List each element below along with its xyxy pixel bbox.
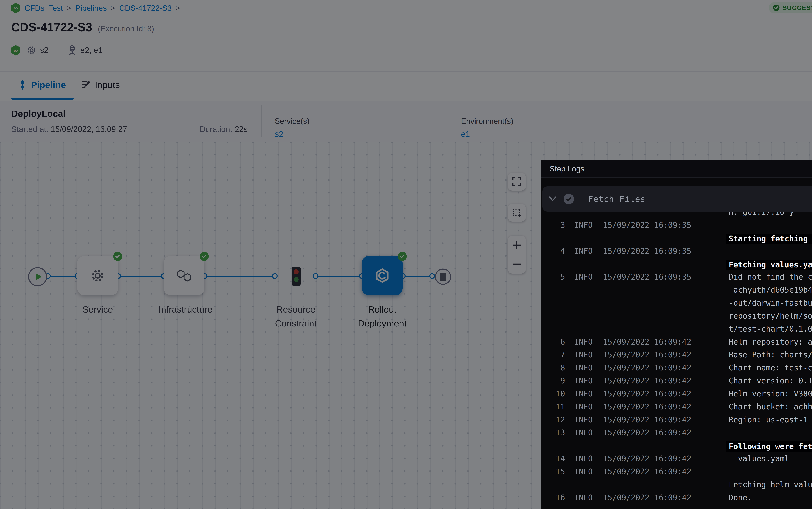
log-section-name: Fetch Files bbox=[588, 194, 645, 204]
log-message: Base Path: charts/ bbox=[729, 350, 812, 359]
log-timestamp: 15/09/2022 16:09:35 bbox=[603, 246, 691, 256]
log-line-number: 9 bbox=[544, 376, 565, 385]
log-row: 3INFO15/09/2022 16:09:35 bbox=[541, 220, 812, 231]
log-line-number: 13 bbox=[544, 428, 565, 437]
log-line-number: 11 bbox=[544, 402, 565, 411]
log-level: INFO bbox=[574, 428, 593, 437]
log-message: - values.yaml bbox=[729, 454, 789, 463]
log-timestamp: 15/09/2022 16:09:42 bbox=[603, 350, 691, 359]
log-row: 11INFO15/09/2022 16:09:42Chart bucket: a… bbox=[541, 402, 812, 412]
log-message: Chart version: 0.1.0 bbox=[729, 376, 812, 385]
log-timestamp: 15/09/2022 16:09:42 bbox=[603, 337, 691, 346]
log-section-fetch-files[interactable]: Fetch Files ↑ ↓ 9s bbox=[543, 186, 812, 212]
log-timestamp: 15/09/2022 16:09:42 bbox=[603, 428, 691, 437]
log-line-number: 16 bbox=[544, 493, 565, 502]
log-row: Starting fetching Helm values bbox=[541, 234, 812, 243]
log-line-number: 8 bbox=[544, 363, 565, 372]
log-line-number: 12 bbox=[544, 415, 565, 424]
log-level: INFO bbox=[574, 337, 593, 346]
log-row: repository/helm/source/93602db7-89f2-317… bbox=[541, 311, 812, 321]
log-timestamp: 15/09/2022 16:09:35 bbox=[603, 272, 691, 281]
log-level: INFO bbox=[574, 415, 593, 424]
log-level: INFO bbox=[574, 454, 593, 463]
log-timestamp: 15/09/2022 16:09:42 bbox=[603, 363, 691, 372]
log-level: INFO bbox=[574, 389, 593, 398]
log-level: INFO bbox=[574, 350, 593, 359]
log-line-number: 3 bbox=[544, 220, 565, 230]
log-message: Following were fetched successfully : bbox=[726, 441, 812, 452]
log-row: 9INFO15/09/2022 16:09:42Chart version: 0… bbox=[541, 376, 812, 386]
log-timestamp: 15/09/2022 16:09:42 bbox=[603, 454, 691, 463]
log-row: Fetching values.yaml from helm chart rep… bbox=[541, 260, 812, 269]
log-message: Starting fetching Helm values bbox=[726, 234, 812, 244]
step-logs-header: Step Logs Console View bbox=[541, 160, 812, 178]
log-level: INFO bbox=[574, 467, 593, 476]
log-level: INFO bbox=[574, 363, 593, 372]
log-line-number: 6 bbox=[544, 337, 565, 346]
step-success-check-icon bbox=[563, 194, 574, 204]
log-message: Did not find the chart and version in lo… bbox=[729, 272, 812, 281]
log-row: _achyuth/d605e19b46448ceaacb01fb4c19633a… bbox=[541, 285, 812, 295]
log-level: INFO bbox=[574, 493, 593, 502]
log-line-number: 4 bbox=[544, 246, 565, 256]
log-line-number: 7 bbox=[544, 350, 565, 359]
log-line-number: 5 bbox=[544, 272, 565, 281]
log-row: 5INFO15/09/2022 16:09:35Did not find the… bbox=[541, 272, 812, 282]
step-logs-panel: Step Logs Console View m: go1.17.10 }3IN… bbox=[541, 160, 812, 509]
chevron-down-icon[interactable] bbox=[549, 197, 557, 201]
log-level: INFO bbox=[574, 220, 593, 230]
log-row: 14INFO15/09/2022 16:09:42- values.yaml bbox=[541, 454, 812, 464]
log-line-number: 10 bbox=[544, 389, 565, 398]
log-row: 13INFO15/09/2022 16:09:42 bbox=[541, 428, 812, 438]
log-row: Fetching helm values completed successfu… bbox=[541, 480, 812, 490]
log-body[interactable]: m: go1.17.10 }3INFO15/09/2022 16:09:35St… bbox=[541, 178, 812, 509]
log-timestamp: 15/09/2022 16:09:42 bbox=[603, 467, 691, 476]
log-line-number: 14 bbox=[544, 454, 565, 463]
log-level: INFO bbox=[574, 376, 593, 385]
log-row: 8INFO15/09/2022 16:09:42Chart name: test… bbox=[541, 363, 812, 373]
log-level: INFO bbox=[574, 272, 593, 281]
log-message: Chart bucket: achhelmbucket bbox=[729, 402, 812, 411]
log-timestamp: 15/09/2022 16:09:42 bbox=[603, 493, 691, 502]
log-timestamp: 15/09/2022 16:09:35 bbox=[603, 220, 691, 230]
log-row: 6INFO15/09/2022 16:09:42Helm repository:… bbox=[541, 337, 812, 347]
log-row: -out/darwin-fastbuild/bin/260-delegate/e… bbox=[541, 298, 812, 308]
log-level: INFO bbox=[574, 246, 593, 256]
log-level: INFO bbox=[574, 402, 593, 411]
step-logs-title: Step Logs bbox=[550, 164, 584, 173]
log-row: 15INFO15/09/2022 16:09:42 bbox=[541, 467, 812, 477]
log-row: 10INFO15/09/2022 16:09:42Helm version: V… bbox=[541, 389, 812, 399]
log-row: Following were fetched successfully : bbox=[541, 441, 812, 451]
log-message: Helm version: V380 bbox=[729, 389, 812, 398]
log-message: Chart name: test-chart bbox=[729, 363, 812, 372]
log-timestamp: 15/09/2022 16:09:42 bbox=[603, 415, 691, 424]
log-row: t/test-chart/0.1.0 bbox=[541, 325, 812, 334]
log-message: Fetching values.yaml from helm chart rep… bbox=[726, 260, 812, 270]
log-row: 7INFO15/09/2022 16:09:42Base Path: chart… bbox=[541, 350, 812, 360]
harness-execution-page: ∞ CFDs_Test > Pipelines > CDS-41722-S3 >… bbox=[0, 0, 812, 509]
log-timestamp: 15/09/2022 16:09:42 bbox=[603, 376, 691, 385]
log-message: Helm repository: aws-qa-setup-modified bbox=[729, 337, 812, 346]
log-row: 12INFO15/09/2022 16:09:42Region: us-east… bbox=[541, 415, 812, 425]
log-message: Region: us-east-1 bbox=[729, 415, 808, 424]
log-timestamp: 15/09/2022 16:09:42 bbox=[603, 402, 691, 411]
log-message: Done. bbox=[729, 493, 752, 502]
log-line-number: 15 bbox=[544, 467, 565, 476]
log-message: _achyuth/d605e19b46448ceaacb01fb4c19633a… bbox=[729, 285, 812, 295]
log-message: Fetching helm values completed successfu… bbox=[729, 480, 812, 489]
log-row: 16INFO15/09/2022 16:09:42Done. bbox=[541, 493, 812, 503]
log-message: -out/darwin-fastbuild/bin/260-delegate/e… bbox=[729, 298, 812, 307]
log-message: t/test-chart/0.1.0 bbox=[729, 325, 812, 334]
log-row: 4INFO15/09/2022 16:09:35 bbox=[541, 246, 812, 257]
log-timestamp: 15/09/2022 16:09:42 bbox=[603, 389, 691, 398]
log-message: repository/helm/source/93602db7-89f2-317… bbox=[729, 311, 812, 320]
